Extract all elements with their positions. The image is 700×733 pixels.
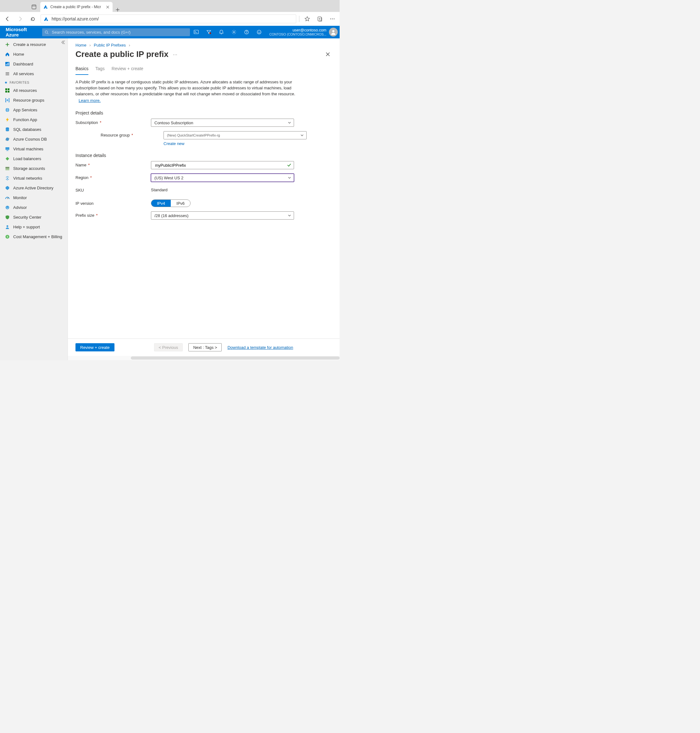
select-resource-group[interactable]: (New) QuickStartCreateIPPrefix-rg [163, 131, 307, 139]
tab-tags[interactable]: Tags [95, 64, 105, 75]
more-options-icon[interactable]: ··· [173, 52, 178, 57]
dashboard-icon [4, 61, 10, 67]
collapse-sidebar-icon[interactable] [61, 40, 65, 44]
svg-point-39 [5, 206, 9, 209]
sidebar-item-cost-management[interactable]: $Cost Management + Billing [0, 232, 68, 241]
favorite-icon[interactable] [303, 14, 312, 24]
account-menu[interactable]: user@contoso.com CONTOSO (CONTOSO.ONMICR… [265, 28, 340, 37]
sidebar-item-storage-accounts[interactable]: Storage accounts [0, 163, 68, 173]
next-button[interactable]: Next : Tags > [188, 343, 222, 352]
svg-point-6 [45, 31, 48, 33]
address-bar[interactable]: https://portal.azure.com/ [40, 14, 297, 24]
feedback-icon[interactable] [253, 26, 265, 38]
svg-point-13 [257, 30, 261, 34]
svg-point-3 [330, 19, 331, 19]
help-icon[interactable] [240, 26, 253, 38]
lb-icon [4, 156, 10, 162]
svg-point-5 [334, 19, 335, 19]
notifications-icon[interactable] [215, 26, 228, 38]
svg-line-38 [7, 197, 8, 199]
tab-bar: Create a public IP prefix - Micr [0, 0, 340, 12]
tab-basics[interactable]: Basics [75, 64, 88, 75]
sidebar-item-virtual-machines[interactable]: Virtual machines [0, 144, 68, 154]
cosmos-icon [4, 137, 10, 142]
sidebar-item-help-support[interactable]: Help + support [0, 222, 68, 232]
cloud-shell-icon[interactable] [190, 26, 203, 38]
select-prefix-size[interactable]: /28 (16 addresses) [151, 211, 294, 219]
browser-tab-active[interactable]: Create a public IP prefix - Micr [40, 2, 113, 12]
sidebar-all-services[interactable]: All services [0, 69, 68, 79]
sidebar-home[interactable]: Home [0, 49, 68, 59]
forward-button[interactable] [15, 14, 25, 24]
list-icon [4, 71, 10, 77]
content: Home › Public IP Prefixes › Create a pub… [68, 38, 340, 360]
close-tab-icon[interactable] [106, 5, 109, 9]
svg-rect-24 [7, 91, 9, 93]
tenant-name: CONTOSO (CONTOSO.ONMICROS... [269, 32, 326, 36]
svg-rect-20 [8, 63, 9, 65]
close-blade-icon[interactable] [325, 52, 332, 57]
sidebar-item-all-resources[interactable]: All resources [0, 85, 68, 95]
sidebar-item-advisor[interactable]: Advisor [0, 203, 68, 212]
review-create-button[interactable]: Review + create [75, 343, 115, 352]
back-button[interactable] [3, 14, 13, 24]
learn-more-link[interactable]: Learn more. [79, 98, 302, 104]
settings-icon[interactable] [228, 26, 240, 38]
sidebar: Create a resource Home Dashboard All ser… [0, 38, 68, 360]
refresh-button[interactable] [28, 14, 38, 24]
user-email: user@contoso.com [269, 28, 326, 32]
sidebar-item-function-app[interactable]: Function App [0, 115, 68, 125]
horizontal-scrollbar[interactable] [68, 356, 340, 360]
search-box[interactable] [42, 28, 190, 36]
directory-filter-icon[interactable] [203, 26, 215, 38]
toggle-ip-version: IPv4 IPv6 [151, 199, 191, 207]
svg-rect-36 [5, 169, 9, 170]
toggle-ipv4[interactable]: IPv4 [151, 200, 171, 207]
svg-rect-32 [7, 150, 8, 150]
breadcrumb: Home › Public IP Prefixes › [68, 38, 340, 49]
create-new-link[interactable]: Create new [163, 141, 184, 146]
sidebar-item-virtual-networks[interactable]: Virtual networks [0, 173, 68, 183]
checkmark-icon [287, 163, 291, 167]
sidebar-create-resource[interactable]: Create a resource [0, 40, 68, 49]
sidebar-item-load-balancers[interactable]: Load balancers [0, 154, 68, 163]
search-input[interactable] [51, 29, 188, 35]
tab-review[interactable]: Review + create [112, 64, 143, 75]
svg-point-15 [260, 31, 260, 32]
breadcrumb-home[interactable]: Home [75, 43, 87, 47]
svg-rect-0 [32, 5, 36, 9]
chevron-down-icon [288, 176, 291, 180]
svg-rect-23 [5, 91, 7, 93]
svg-point-14 [258, 31, 259, 32]
toggle-ipv6[interactable]: IPv6 [171, 200, 190, 207]
input-name[interactable] [154, 163, 285, 168]
sidebar-dashboard[interactable]: Dashboard [0, 59, 68, 69]
tab-manager-icon[interactable] [28, 2, 40, 12]
sidebar-item-azure-ad[interactable]: Azure Active Directory [0, 183, 68, 193]
sidebar-item-monitor[interactable]: Monitor [0, 193, 68, 203]
select-region[interactable]: (US) West US 2 [151, 174, 294, 182]
storage-icon [4, 166, 10, 171]
label-prefix-size: Prefix size * [75, 211, 151, 218]
download-template-link[interactable]: Download a template for automation [227, 345, 293, 350]
collections-icon[interactable] [315, 14, 325, 24]
sidebar-item-security-center[interactable]: Security Center [0, 212, 68, 222]
sidebar-item-app-services[interactable]: App Services [0, 105, 68, 115]
azure-brand[interactable]: Microsoft Azure [0, 27, 42, 37]
sidebar-item-cosmos-db[interactable]: Azure Cosmos DB [0, 134, 68, 144]
sidebar-item-resource-groups[interactable]: Resource groups [0, 95, 68, 105]
select-subscription[interactable]: Contoso Subscription [151, 119, 294, 127]
breadcrumb-current[interactable]: Public IP Prefixes [94, 43, 126, 47]
azure-icon [44, 17, 49, 21]
intro-text: A Public IP prefix is a range of contigu… [75, 79, 302, 103]
browser-menu-icon[interactable] [328, 14, 337, 24]
lightning-icon [4, 117, 10, 123]
new-tab-button[interactable] [113, 7, 123, 12]
browser-actions [299, 14, 337, 24]
chevron-right-icon: › [89, 43, 91, 47]
svg-point-41 [7, 207, 8, 208]
person-icon [4, 224, 10, 230]
sidebar-item-sql-databases[interactable]: SQL databases [0, 125, 68, 134]
footer: Review + create < Previous Next : Tags >… [68, 339, 340, 356]
shell: Create a resource Home Dashboard All ser… [0, 38, 340, 360]
